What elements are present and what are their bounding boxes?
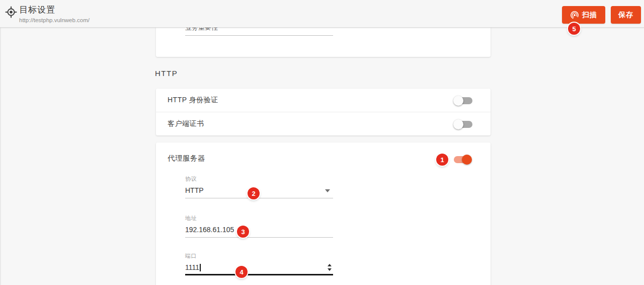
proxy-server-label: 代理服务器: [168, 154, 205, 163]
address-underline: [185, 237, 333, 238]
protocol-label: 协议: [185, 176, 333, 182]
protocol-underline: [185, 198, 333, 198]
address-value: 192.168.61.105: [185, 225, 333, 234]
annotation-badge-1: 1: [436, 154, 448, 166]
text-cursor: [200, 264, 201, 271]
port-value: 1111: [185, 263, 333, 272]
scan-button[interactable]: 扫描: [562, 6, 605, 24]
target-url: http://testphp.vulnweb.com/: [19, 17, 90, 23]
client-certificate-toggle[interactable]: [453, 119, 473, 129]
port-underline-focused: [185, 274, 333, 275]
annotation-badge-3: 3: [237, 226, 249, 238]
page-title: 目标设置: [19, 4, 55, 16]
http-auth-toggle[interactable]: [453, 96, 473, 106]
http-card: HTTP 身份验证 客户端证书: [156, 89, 491, 135]
page-left-edge: [0, 0, 1, 285]
stepper-down-icon: [328, 268, 332, 271]
http-section-heading: HTTP: [155, 69, 178, 78]
stepper-up-icon: [328, 264, 332, 266]
port-label: 端口: [185, 253, 333, 259]
target-icon: [5, 6, 17, 18]
save-button-label: 保存: [618, 11, 633, 20]
page-header: 目标设置 http://testphp.vulnweb.com/ 扫描 保存: [0, 0, 644, 28]
annotation-badge-4: 4: [235, 266, 248, 278]
scan-radar-icon: [570, 11, 579, 20]
client-certificate-row: 客户端证书: [156, 112, 491, 135]
http-auth-row: HTTP 身份验证: [156, 89, 491, 112]
number-stepper[interactable]: [327, 263, 332, 271]
port-input[interactable]: 端口 1111: [185, 253, 333, 275]
annotation-badge-2: 2: [248, 187, 260, 199]
client-certificate-label: 客户端证书: [168, 119, 204, 128]
annotation-badge-5: 5: [568, 23, 580, 35]
save-button[interactable]: 保存: [611, 6, 641, 24]
address-input[interactable]: 地址 192.168.61.105: [185, 215, 333, 238]
clipped-field-underline: [185, 35, 333, 36]
http-auth-label: HTTP 身份验证: [168, 96, 218, 105]
toggle-knob: [453, 96, 463, 106]
toggle-knob: [453, 119, 463, 129]
proxy-server-toggle[interactable]: [452, 155, 472, 165]
chevron-down-icon[interactable]: [325, 189, 330, 192]
toggle-knob: [462, 155, 472, 165]
scan-button-label: 扫描: [582, 11, 597, 20]
address-label: 地址: [185, 215, 333, 222]
